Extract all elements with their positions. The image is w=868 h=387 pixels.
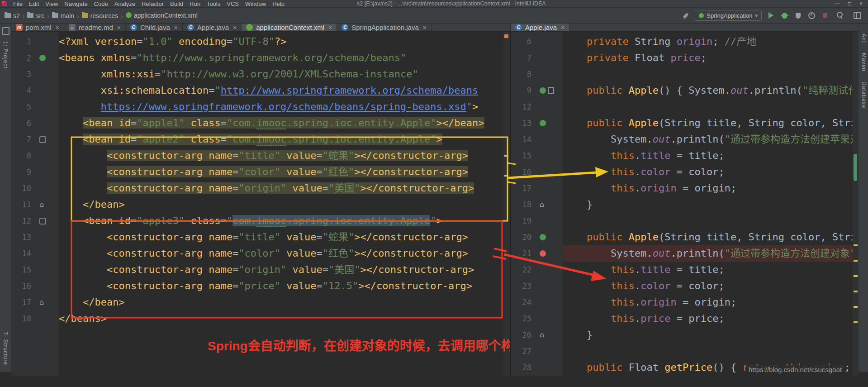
code-line[interactable]: https://www.springframework.org/schema/b…: [59, 99, 503, 115]
code-line[interactable]: </bean>: [59, 294, 503, 311]
scrollbar-thumb[interactable]: [854, 154, 857, 181]
code-line[interactable]: <constructor-arg name="title" value="蛇果"…: [59, 229, 503, 245]
code-line[interactable]: [563, 66, 853, 82]
tab-Apple.java[interactable]: Apple.java×: [183, 24, 242, 31]
menu-edit[interactable]: Edit: [26, 0, 42, 7]
right-error-stripe[interactable]: [853, 32, 858, 376]
tab-Child.java[interactable]: Child.java×: [126, 24, 183, 31]
tool-window-switcher-icon[interactable]: [2, 27, 9, 35]
menu-file[interactable]: File: [10, 0, 26, 7]
java-editor[interactable]: 678912131415161718⌂1920212223242526⌂2728…: [510, 32, 858, 376]
code-line[interactable]: public Apple() { System.out.println("纯粹测…: [563, 82, 853, 99]
tab-pom.xml[interactable]: pom.xml×: [11, 24, 64, 31]
close-tab-icon[interactable]: ×: [56, 24, 59, 31]
menu-view[interactable]: View: [42, 0, 61, 7]
code-line[interactable]: public Apple(String title, String color,…: [563, 115, 853, 131]
close-tab-icon[interactable]: ×: [423, 24, 427, 31]
code-line[interactable]: [563, 343, 853, 359]
breadcrumb-s2[interactable]: s2: [4, 11, 21, 20]
layout-icon[interactable]: [853, 11, 862, 20]
code-line[interactable]: private String origin; //产地: [563, 33, 853, 50]
code-line[interactable]: this.title = title;: [563, 148, 853, 164]
spring-bean-gutter-icon[interactable]: [540, 87, 546, 94]
spring-bean-gutter-icon[interactable]: [540, 120, 546, 126]
xml-editor[interactable]: 1234567891011⌂121314151617⌂18 <?xml vers…: [11, 32, 510, 376]
xml-editor-gutter[interactable]: 1234567891011⌂121314151617⌂18: [11, 32, 59, 376]
code-line[interactable]: this.price = price;: [563, 311, 853, 327]
tab-readme.md[interactable]: readme.md×: [64, 24, 126, 31]
coverage-icon[interactable]: [793, 11, 802, 20]
menu-run[interactable]: Run: [186, 0, 204, 7]
tab-applicationContext.xml[interactable]: applicationContext.xml×: [242, 24, 337, 31]
profiler-icon[interactable]: [807, 11, 816, 20]
tool-window-maven[interactable]: Maven: [861, 53, 867, 72]
breadcrumb-main[interactable]: main: [51, 11, 75, 20]
code-line[interactable]: public Apple(String title, String color,…: [563, 229, 853, 245]
xml-editor-code[interactable]: <?xml version="1.0" encoding="UTF-8"?><b…: [59, 32, 503, 376]
breadcrumb-applicationContext.xml[interactable]: applicationContext.xml: [125, 11, 199, 20]
code-line[interactable]: <constructor-arg name="origin" value="美国…: [59, 262, 503, 278]
maximize-button[interactable]: □: [848, 0, 851, 7]
tab-SpringApplication.java[interactable]: SpringApplication.java×: [337, 24, 432, 31]
code-line[interactable]: <constructor-arg name="price" value="12.…: [59, 278, 503, 294]
code-line[interactable]: }: [563, 196, 853, 213]
code-line[interactable]: xsi:schemaLocation="http://www.springfra…: [59, 82, 503, 99]
code-line[interactable]: <bean id="apple3" class="com.imooc.sprin…: [59, 213, 503, 229]
code-line[interactable]: [563, 213, 853, 229]
spring-bean-gutter-icon[interactable]: [540, 234, 546, 240]
menu-analyze[interactable]: Analyze: [111, 0, 138, 7]
java-editor-gutter[interactable]: 678912131415161718⌂1920212223242526⌂2728: [511, 32, 563, 376]
breadcrumb-resources[interactable]: resources: [81, 11, 119, 20]
close-tab-icon[interactable]: ×: [328, 24, 332, 31]
debug-icon[interactable]: [780, 11, 789, 20]
hammer-icon[interactable]: [681, 11, 690, 20]
run-icon[interactable]: [766, 11, 775, 20]
menu-refactor[interactable]: Refactor: [138, 0, 167, 7]
code-line[interactable]: this.origin = origin;: [563, 294, 853, 311]
tool-window-structure[interactable]: 7: Structure: [2, 332, 9, 365]
code-line[interactable]: this.origin = origin;: [563, 180, 853, 196]
code-line[interactable]: System.out.println("通过带参构造方法创建苹果对象");: [563, 131, 853, 148]
tool-window-ant[interactable]: Ant: [861, 33, 867, 43]
left-error-stripe[interactable]: [503, 32, 510, 376]
stop-icon[interactable]: [821, 11, 830, 20]
minimize-button[interactable]: —: [835, 0, 840, 7]
code-line[interactable]: [563, 99, 853, 115]
close-tab-icon[interactable]: ×: [117, 24, 121, 31]
code-line[interactable]: <constructor-arg name="color" value="红色"…: [59, 164, 503, 180]
code-line[interactable]: <bean id="apple2" class="com.imooc.sprin…: [59, 131, 503, 148]
code-line[interactable]: private Float price;: [563, 50, 853, 66]
code-line[interactable]: this.color = color;: [563, 164, 853, 180]
code-line[interactable]: <constructor-arg name="color" value="红色"…: [59, 245, 503, 262]
search-icon[interactable]: [834, 11, 843, 20]
code-line[interactable]: </beans>: [59, 311, 503, 327]
menu-window[interactable]: Window: [242, 0, 269, 7]
close-tab-icon[interactable]: ×: [561, 24, 564, 31]
run-config-selector[interactable]: SpringApplication ▾: [695, 10, 762, 21]
breakpoint-icon[interactable]: [540, 250, 546, 257]
breadcrumb-src[interactable]: src: [26, 11, 45, 20]
menu-vcs[interactable]: VCS: [223, 0, 242, 7]
code-line[interactable]: <bean id="apple1" class="com.imooc.sprin…: [59, 115, 503, 131]
code-line[interactable]: <?xml version="1.0" encoding="UTF-8"?>: [59, 33, 503, 50]
code-line[interactable]: }: [563, 327, 853, 343]
code-line[interactable]: </bean>: [59, 196, 503, 213]
tool-window-database[interactable]: Database: [861, 81, 867, 108]
code-line[interactable]: <beans xmlns="http://www.springframework…: [59, 50, 503, 66]
menu-build[interactable]: Build: [167, 0, 186, 7]
close-tab-icon[interactable]: ×: [233, 24, 237, 31]
menu-help[interactable]: Help: [269, 0, 288, 7]
close-button[interactable]: ×: [859, 0, 863, 7]
spring-bean-gutter-icon[interactable]: [39, 55, 46, 61]
menu-tools[interactable]: Tools: [204, 0, 223, 7]
code-line[interactable]: this.color = color;: [563, 278, 853, 294]
tab-Apple.java[interactable]: Apple.java×: [511, 24, 569, 31]
close-tab-icon[interactable]: ×: [174, 24, 178, 31]
code-line[interactable]: <constructor-arg name="title" value="蛇果"…: [59, 148, 503, 164]
code-line[interactable]: System.out.println("通过带参构造方法创建对象");: [563, 245, 853, 262]
menu-navigate[interactable]: Navigate: [61, 0, 90, 7]
menu-code[interactable]: Code: [91, 0, 111, 7]
code-line[interactable]: this.title = title;: [563, 262, 853, 278]
tool-window-project[interactable]: 1: Project: [2, 41, 9, 69]
java-editor-code[interactable]: private String origin; //产地 private Floa…: [563, 32, 853, 376]
